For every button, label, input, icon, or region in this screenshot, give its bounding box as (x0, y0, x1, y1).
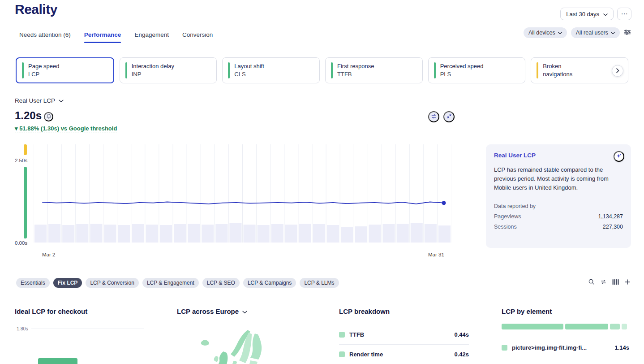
element-value: 1.14s (614, 344, 629, 351)
filter-settings-button[interactable] (624, 29, 631, 37)
series-selector[interactable]: Real User LCP (15, 97, 64, 104)
threshold-bar-good (24, 167, 27, 238)
status-accent-bar (125, 62, 127, 78)
mini-chart-bar (38, 358, 77, 364)
tab-bar: Needs attention (6) Performance Engageme… (19, 31, 213, 43)
search-icon (588, 280, 595, 286)
alert-bell-button[interactable] (44, 112, 53, 121)
pageviews-label: Pageviews (494, 213, 521, 220)
metric-card-title: First response (337, 62, 374, 70)
sessions-row: Sessions 227,300 (494, 224, 623, 230)
element-bar-segment (502, 324, 563, 329)
element-bar-segment (565, 324, 608, 329)
breakdown-list: TTFB 0.44s Render time 0.42s (339, 325, 469, 364)
status-accent-bar (537, 62, 538, 78)
threshold-bar-above (24, 144, 27, 155)
sync-icon (600, 280, 607, 286)
chevron-down-icon (242, 308, 247, 315)
chevron-down-icon (59, 97, 64, 104)
breakdown-row-render-time: Render time 0.42s (339, 344, 469, 364)
chip-lcp-campaigns[interactable]: LCP & Campaigns (243, 278, 296, 288)
columns-button[interactable] (612, 279, 619, 286)
metric-card-cls[interactable]: Layout shift CLS (222, 57, 320, 83)
date-range-button[interactable]: Last 30 days (560, 8, 614, 20)
card-ideal-lcp-checkout: Ideal LCP for checkout 1.80s (15, 308, 146, 364)
search-button[interactable] (588, 278, 595, 286)
ai-insight-button[interactable] (614, 151, 624, 162)
chip-lcp-seo[interactable]: LCP & SEO (202, 278, 240, 288)
metric-card-lcp[interactable]: Page speed LCP (16, 57, 114, 83)
pageviews-value: 1,134,287 (598, 213, 623, 220)
sessions-value: 227,300 (603, 224, 623, 230)
sparkle-icon (616, 153, 622, 160)
mini-chart-ytick: 1.80s (17, 326, 28, 331)
compare-button[interactable] (428, 111, 439, 122)
element-bar-segment (610, 324, 620, 329)
breakdown-value: 0.42s (454, 351, 469, 358)
status-accent-bar (22, 62, 24, 78)
lcp-trend-chart[interactable] (34, 144, 451, 243)
sliders-icon (624, 30, 631, 37)
chip-fix-lcp[interactable]: Fix LCP (53, 278, 82, 288)
add-card-button[interactable] (624, 279, 631, 286)
app-title: Reality (15, 2, 57, 17)
users-filter[interactable]: All real users (571, 27, 620, 38)
chevron-right-icon (616, 68, 619, 74)
breakdown-row-ttfb: TTFB 0.44s (339, 325, 469, 344)
insight-panel: Real User LCP LCP has remained stable co… (486, 144, 631, 248)
card-title-label: LCP across Europe (177, 308, 239, 315)
sync-button[interactable] (600, 279, 607, 286)
date-range-label: Last 30 days (566, 11, 599, 17)
plus-icon (624, 280, 631, 286)
tab-performance[interactable]: Performance (84, 31, 121, 43)
card-lcp-breakdown: LCP breakdown TTFB 0.44s Render time 0.4… (339, 308, 469, 364)
tab-engagement[interactable]: Engagement (134, 31, 169, 43)
y-axis-top-label: 2.50s (15, 158, 27, 163)
tab-conversion[interactable]: Conversion (182, 31, 213, 43)
status-accent-bar (434, 62, 436, 78)
metric-card-title: Layout shift (234, 62, 264, 70)
metric-card-inp[interactable]: Interaction delay INP (120, 57, 217, 83)
metric-card-title: Broken navigations (543, 62, 580, 78)
bell-icon (46, 113, 52, 121)
card-lcp-by-element: LCP by element picture>img.img-fit.img-f… (502, 308, 629, 364)
metric-card-pls[interactable]: Perceived speed PLS (428, 57, 526, 83)
metric-card-metric: LCP (28, 70, 59, 78)
chevron-down-icon (558, 30, 562, 36)
metric-color-swatch (339, 351, 345, 357)
pageviews-row: Pageviews 1,134,287 (494, 213, 623, 220)
users-filter-label: All real users (576, 30, 608, 36)
metric-card-title: Perceived speed (440, 62, 484, 70)
metric-card-metric: INP (132, 70, 174, 78)
chip-lcp-conversion[interactable]: LCP & Conversion (86, 278, 139, 288)
chip-essentials[interactable]: Essentials (16, 278, 50, 288)
kpi-delta-vs-threshold[interactable]: ▾ 51.88% (1.30s) vs Google threshold (15, 125, 117, 133)
chevron-down-icon (603, 11, 608, 17)
cards-next-button[interactable] (612, 65, 623, 77)
card-title: LCP by element (502, 308, 629, 315)
devices-filter[interactable]: All devices (524, 27, 567, 38)
element-stacked-bar (502, 324, 629, 329)
series-selector-label: Real User LCP (15, 97, 55, 104)
reported-by-heading: Data reported by (494, 203, 623, 209)
card-lcp-across-europe: LCP across Europe (177, 308, 299, 364)
insight-body: LCP has remained stable compared to the … (494, 165, 625, 192)
metric-card-row: Page speed LCP Interaction delay INP Lay… (16, 57, 628, 83)
sessions-label: Sessions (494, 224, 517, 230)
breakdown-label: Render time (349, 351, 450, 358)
more-button[interactable]: ⋯ (617, 8, 631, 20)
chip-lcp-llms[interactable]: LCP & LLMs (300, 278, 339, 288)
card-title-with-selector[interactable]: LCP across Europe (177, 308, 299, 315)
metric-card-ttfb[interactable]: First response TTFB (325, 57, 423, 83)
collapse-button[interactable] (443, 111, 455, 122)
element-row: picture>img.img-fit.img-fi... 1.14s (502, 341, 629, 354)
tab-needs-attention[interactable]: Needs attention (6) (19, 31, 71, 43)
board-tools (588, 278, 631, 286)
chip-lcp-engagement[interactable]: LCP & Engagement (142, 278, 199, 288)
card-title: Ideal LCP for checkout (15, 308, 146, 315)
element-bar-segment (622, 324, 627, 329)
x-axis-start-label: Mar 2 (42, 252, 55, 257)
metric-color-swatch (502, 345, 507, 351)
europe-map[interactable] (180, 328, 292, 364)
collapse-icon (447, 113, 452, 120)
